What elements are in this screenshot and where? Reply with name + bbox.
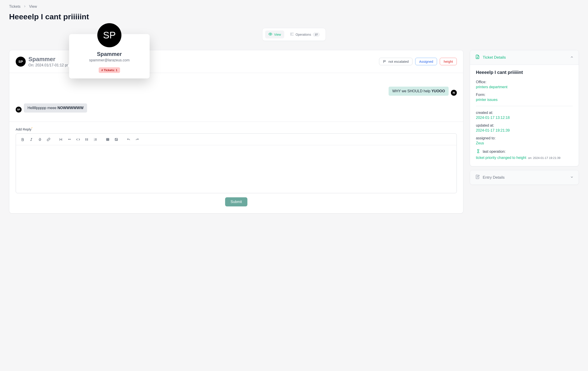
reply-label: Add Reply* (16, 127, 457, 131)
operations-icon (290, 32, 294, 37)
updated-label: updated at: (476, 124, 573, 127)
popover-email: spammer@larazeus.com (69, 58, 150, 62)
priority-badge[interactable]: height (440, 58, 457, 65)
panel-ticket-details: Ticket Details Heeeelp I cant priiiiint … (470, 50, 579, 166)
message-row: WHY we SHOULD help YUOOO IN (16, 87, 457, 96)
office-label: Office: (476, 80, 573, 84)
strike-button[interactable] (36, 136, 44, 143)
edit-document-icon (475, 174, 480, 181)
panel-header[interactable]: Ticket Details (470, 50, 579, 65)
conversation: WHY we SHOULD help YUOOO IN SP Helllllpp… (9, 73, 463, 122)
redo-button[interactable] (133, 136, 141, 143)
tab-view[interactable]: View (265, 31, 284, 38)
tab-operations[interactable]: Operations 27 (286, 31, 323, 38)
breadcrumb: Tickets View (9, 5, 579, 9)
lastop-label: last operation: (483, 150, 506, 154)
code-button[interactable] (74, 136, 82, 143)
escalation-label: not escalated (388, 60, 409, 63)
svg-point-0 (270, 34, 271, 35)
lastop-on: on: 2024-01-17 19:21:39 (528, 156, 560, 160)
chevron-down-icon (570, 175, 574, 180)
hourglass-icon (476, 149, 481, 154)
avatar: IN (451, 90, 457, 96)
form-value[interactable]: printer issues (476, 98, 573, 102)
bold-button[interactable] (19, 136, 26, 143)
flag-icon (383, 60, 387, 63)
assigned-value[interactable]: Zeus (476, 141, 573, 145)
avatar[interactable]: SP (16, 57, 26, 67)
svg-point-7 (85, 140, 85, 140)
avatar: SP (16, 107, 21, 113)
editor-toolbar: 123 (16, 134, 457, 145)
ordered-list-button[interactable]: 123 (91, 136, 99, 143)
escalation-badge[interactable]: not escalated (379, 58, 412, 65)
bullet-list-button[interactable] (83, 136, 91, 143)
message-row: SP Helllllppppp meee NOWWWWWW (16, 103, 457, 113)
message-bubble: WHY we SHOULD help YUOOO (388, 87, 449, 96)
tab-bar: View Operations 27 (262, 28, 326, 41)
tab-operations-label: Operations (296, 33, 311, 36)
details-title: Heeeelp I cant priiiiint (476, 70, 573, 75)
svg-rect-17 (106, 138, 109, 141)
ticket-date: On: 2024.01/17-01:12 pm (28, 63, 70, 67)
svg-text:3: 3 (94, 140, 94, 141)
eye-icon (268, 32, 273, 37)
document-icon (475, 54, 480, 61)
breadcrumb-root[interactable]: Tickets (9, 5, 21, 9)
priority-label: height (444, 60, 453, 63)
panel-title: Entry Details (475, 174, 504, 181)
created-label: created at: (476, 111, 573, 115)
form-label: Form: (476, 93, 573, 97)
tab-view-label: View (274, 33, 281, 36)
lastop-value: ticket priority changed to height (476, 156, 526, 160)
panel-title: Ticket Details (475, 54, 506, 61)
message-bubble: Helllllppppp meee NOWWWWWW (24, 103, 87, 113)
chevron-up-icon (570, 55, 574, 60)
image-button[interactable] (112, 136, 120, 143)
panel-header[interactable]: Entry Details (470, 170, 579, 185)
italic-button[interactable] (27, 136, 35, 143)
page-title: Heeeelp I cant priiiiint (9, 12, 579, 21)
panel-entry-details: Entry Details (470, 170, 579, 185)
created-value: 2024-01-17 13:12:18 (476, 116, 573, 120)
link-button[interactable] (45, 136, 52, 143)
avatar: SP (97, 23, 121, 47)
submit-button[interactable]: Submit (225, 197, 247, 206)
ticket-author-name: Spammer (28, 56, 70, 63)
rich-text-editor: 123 (16, 134, 457, 193)
divider (476, 106, 573, 106)
breadcrumb-current[interactable]: View (29, 5, 37, 9)
quote-button[interactable] (65, 136, 73, 143)
chevron-right-icon (23, 5, 26, 9)
undo-button[interactable] (125, 136, 132, 143)
assigned-label: assigned to: (476, 136, 573, 140)
svg-point-23 (116, 139, 116, 139)
tab-operations-count: 27 (313, 32, 320, 37)
reply-section: Add Reply* 123 (9, 122, 463, 213)
svg-line-3 (31, 138, 32, 141)
user-popover: SP Spammer spammer@larazeus.com # Ticket… (69, 34, 150, 78)
table-button[interactable] (104, 136, 111, 143)
popover-tickets-badge: # Tickets: 1 (99, 67, 120, 73)
popover-name: Spammer (69, 51, 150, 57)
heading-button[interactable] (57, 136, 64, 143)
status-badge[interactable]: Assigned (415, 58, 437, 65)
updated-value: 2024-01-17 19:21:39 (476, 128, 573, 133)
svg-point-5 (85, 138, 85, 139)
svg-rect-22 (115, 138, 117, 141)
status-label: Assigned (419, 60, 433, 63)
editor-body[interactable] (16, 145, 457, 193)
office-value[interactable]: printers department (476, 85, 573, 89)
svg-point-6 (85, 139, 85, 139)
